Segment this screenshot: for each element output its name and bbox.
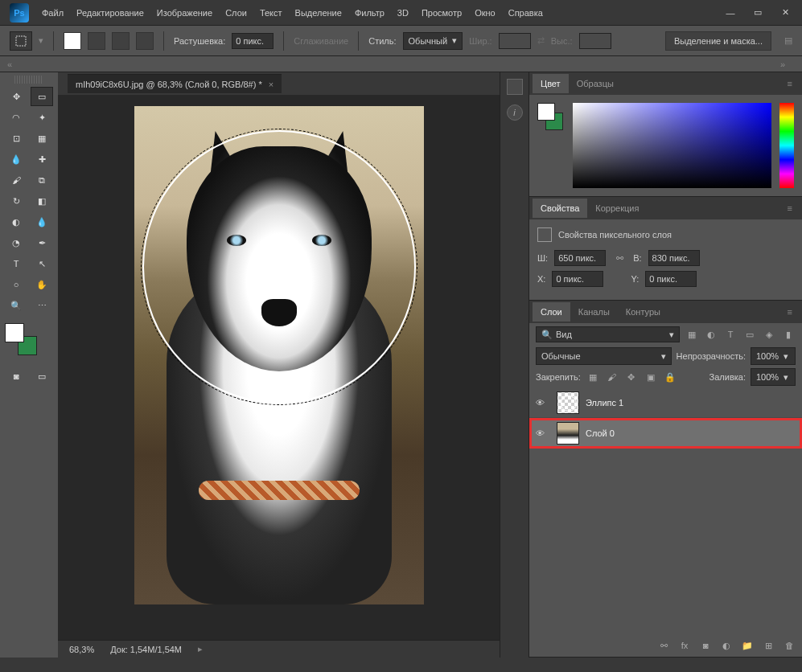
quick-mask-icon[interactable]: ◙ — [5, 367, 27, 386]
tab-properties[interactable]: Свойства — [533, 199, 587, 218]
select-and-mask-button[interactable]: Выделение и маска... — [665, 31, 771, 51]
stamp-tool[interactable]: ⧉ — [31, 170, 53, 190]
path-select-tool[interactable]: ↖ — [31, 254, 53, 273]
layer-mask-icon[interactable]: ◙ — [699, 641, 712, 650]
chevron-down-icon[interactable]: ▾ — [39, 35, 43, 46]
zoom-indicator[interactable]: 68,3% — [69, 645, 94, 654]
menu-view[interactable]: Просмотр — [415, 8, 468, 18]
lock-artboard-icon[interactable]: ▣ — [644, 370, 658, 384]
menu-edit[interactable]: Редактирование — [70, 8, 150, 18]
layer-item[interactable]: 👁 Эллипс 1 — [529, 387, 802, 418]
delete-layer-icon[interactable]: 🗑 — [783, 641, 796, 650]
fill-input[interactable]: 100%▾ — [751, 368, 796, 386]
preset-chevron-left[interactable]: « — [0, 59, 19, 69]
layer-thumbnail[interactable] — [557, 391, 579, 414]
canvas-viewport[interactable] — [58, 95, 500, 640]
hue-slider[interactable] — [779, 103, 794, 188]
tab-channels[interactable]: Каналы — [570, 302, 618, 322]
move-tool[interactable]: ✥ — [5, 87, 27, 106]
foreground-color[interactable] — [5, 323, 24, 342]
selection-add-icon[interactable] — [88, 32, 105, 50]
dodge-tool[interactable]: ◔ — [5, 233, 27, 252]
tab-paths[interactable]: Контуры — [618, 302, 668, 322]
filter-pixel-icon[interactable]: ▦ — [685, 327, 699, 342]
selection-new-icon[interactable] — [64, 32, 81, 50]
layer-thumbnail[interactable] — [557, 422, 579, 445]
menu-3d[interactable]: 3D — [391, 8, 415, 18]
panel-menu-icon[interactable]: ≡ — [781, 203, 799, 213]
panel-menu-icon[interactable]: ≡ — [781, 307, 799, 317]
color-swatches[interactable] — [5, 323, 37, 355]
adjustment-layer-icon[interactable]: ◐ — [720, 641, 733, 651]
new-layer-icon[interactable]: ⊞ — [762, 641, 775, 651]
x-input[interactable] — [552, 271, 603, 287]
history-panel-icon[interactable] — [507, 79, 523, 95]
canvas[interactable] — [134, 106, 424, 604]
current-tool-icon[interactable] — [10, 31, 32, 51]
menu-image[interactable]: Изображение — [150, 8, 219, 18]
close-tab-icon[interactable]: × — [269, 80, 274, 89]
brush-tool[interactable]: 🖌 — [5, 170, 27, 190]
lock-transparency-icon[interactable]: ▦ — [586, 370, 600, 384]
gradient-tool[interactable]: ◐ — [5, 212, 27, 232]
color-field[interactable] — [573, 103, 771, 188]
lock-all-icon[interactable]: 🔒 — [663, 370, 677, 384]
pen-tool[interactable]: ✒ — [31, 233, 53, 252]
menu-layer[interactable]: Слои — [219, 8, 253, 18]
layer-item[interactable]: 👁 Слой 0 — [529, 418, 802, 449]
lock-pixels-icon[interactable]: 🖌 — [605, 370, 619, 384]
menu-file[interactable]: Файл — [35, 8, 70, 18]
fg-swatch[interactable] — [537, 103, 555, 121]
hand-tool[interactable]: ✋ — [31, 275, 53, 294]
marquee-tool[interactable]: ▭ — [31, 87, 53, 106]
layer-style-icon[interactable]: fx — [678, 641, 691, 650]
maximize-button[interactable]: ▭ — [744, 2, 771, 24]
visibility-icon[interactable]: 👁 — [536, 398, 550, 408]
lock-position-icon[interactable]: ✥ — [624, 370, 639, 384]
eyedropper-tool[interactable]: 💧 — [5, 150, 27, 169]
tab-color[interactable]: Цвет — [533, 74, 569, 93]
edit-toolbar[interactable]: ⋯ — [31, 296, 53, 315]
eraser-tool[interactable]: ◧ — [31, 191, 53, 211]
selection-subtract-icon[interactable] — [112, 32, 130, 50]
filter-shape-icon[interactable]: ▭ — [742, 327, 757, 342]
tab-swatches[interactable]: Образцы — [569, 74, 622, 93]
filter-adjust-icon[interactable]: ◐ — [704, 327, 718, 342]
panel-menu-icon[interactable]: ≡ — [781, 79, 799, 88]
preset-chevron-right[interactable]: » — [773, 59, 792, 69]
menu-select[interactable]: Выделение — [289, 8, 348, 18]
filter-smart-icon[interactable]: ◈ — [762, 327, 776, 342]
width-input[interactable] — [554, 250, 606, 266]
group-icon[interactable]: 📁 — [741, 641, 754, 651]
history-brush-tool[interactable]: ↻ — [5, 191, 27, 211]
lasso-tool[interactable]: ◠ — [5, 108, 27, 127]
visibility-icon[interactable]: 👁 — [536, 428, 550, 438]
link-icon[interactable]: ⚯ — [612, 251, 627, 265]
frame-tool[interactable]: ▦ — [31, 129, 53, 148]
menu-window[interactable]: Окно — [468, 8, 502, 18]
filter-toggle-icon[interactable]: ▮ — [781, 327, 796, 342]
layer-name[interactable]: Эллипс 1 — [586, 398, 623, 408]
healing-tool[interactable]: ✚ — [31, 150, 53, 169]
y-input[interactable] — [645, 271, 697, 287]
magic-wand-tool[interactable]: ✦ — [31, 108, 53, 127]
menu-type[interactable]: Текст — [253, 8, 289, 18]
tab-adjustments[interactable]: Коррекция — [587, 199, 647, 218]
screen-mode-icon[interactable]: ▭ — [31, 367, 53, 386]
status-chevron[interactable]: ▸ — [198, 644, 203, 654]
document-tab[interactable]: mIh09iC8x6U.jpg @ 68,3% (Слой 0, RGB/8#)… — [68, 74, 282, 93]
selection-intersect-icon[interactable] — [136, 32, 154, 50]
style-select[interactable]: Обычный▾ — [403, 32, 463, 50]
blur-tool[interactable]: 💧 — [31, 212, 53, 232]
feather-input[interactable] — [232, 33, 274, 49]
opacity-input[interactable]: 100%▾ — [751, 347, 796, 365]
zoom-tool[interactable]: 🔍 — [5, 296, 27, 315]
shape-tool[interactable]: ○ — [5, 275, 27, 294]
panel-toggle-icon[interactable]: ▤ — [784, 35, 792, 46]
menu-help[interactable]: Справка — [502, 8, 549, 18]
link-layers-icon[interactable]: ⚯ — [657, 641, 670, 651]
height-input[interactable] — [648, 250, 700, 266]
blend-mode-select[interactable]: Обычные▾ — [536, 347, 672, 365]
info-panel-icon[interactable]: i — [507, 104, 523, 121]
minimize-button[interactable]: — — [717, 2, 744, 24]
